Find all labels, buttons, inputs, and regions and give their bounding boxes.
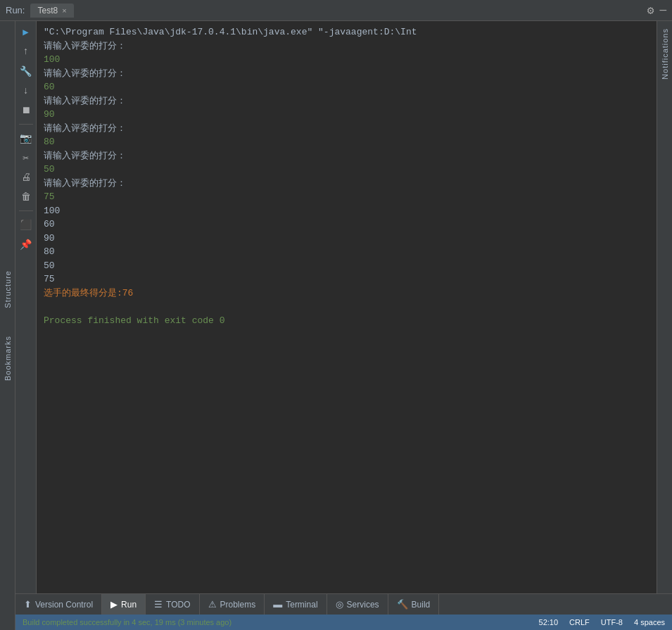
output-75: 75 (44, 272, 649, 286)
prompt-5: 请输入评委的打分： (44, 149, 649, 163)
panel-button[interactable]: ⬛ (18, 217, 34, 232)
output-50: 50 (44, 259, 649, 273)
todo-icon: ☰ (154, 599, 163, 610)
trash-button[interactable]: 🗑 (18, 189, 34, 205)
prompt-1: 请输入评委的打分： (44, 39, 649, 53)
blank-line (44, 300, 649, 314)
toolbar-separator2 (19, 210, 33, 211)
print-button[interactable]: 🖨 (18, 170, 34, 185)
tab-version-control-label: Version Control (35, 600, 93, 610)
tab-problems[interactable]: ⚠ Problems (200, 594, 265, 615)
input-4: 80 (44, 135, 649, 149)
tab-close-icon[interactable]: × (62, 6, 66, 15)
cut-button[interactable]: ✂ (18, 150, 34, 165)
build-icon: 🔨 (397, 599, 408, 610)
input-1: 100 (44, 53, 649, 67)
output-60: 60 (44, 218, 649, 232)
final-score: 选手的最终得分是:76 (44, 286, 649, 301)
tab-version-control[interactable]: ⬆ Version Control (15, 594, 102, 615)
version-control-icon: ⬆ (24, 599, 32, 610)
tab-name: Test8 (37, 6, 58, 15)
status-bar: Build completed successfully in 4 sec, 1… (15, 615, 672, 630)
camera-button[interactable]: 📷 (18, 130, 34, 146)
pin-button[interactable]: 📌 (18, 237, 34, 252)
prompt-3: 请输入评委的打分： (44, 94, 649, 108)
notifications-label[interactable]: Notifications (661, 28, 669, 80)
process-finished: Process finished with exit code 0 (44, 314, 649, 328)
input-2: 60 (44, 80, 649, 94)
tab-problems-label: Problems (220, 600, 256, 610)
toolbar-separator (19, 124, 33, 125)
scroll-down-button[interactable]: ↓ (18, 83, 34, 99)
output-100: 100 (44, 204, 649, 218)
stop-button[interactable]: ⏹ (18, 103, 34, 118)
left-side-labels: Structure Bookmarks (0, 21, 15, 630)
console-output: "C:\Program Files\Java\jdk-17.0.4.1\bin\… (37, 21, 657, 593)
run-bar: Run: Test8 × ⚙ — (0, 0, 672, 21)
run-label: Run: (6, 5, 25, 15)
input-3: 90 (44, 108, 649, 122)
tab-services[interactable]: ◎ Services (327, 594, 388, 615)
run-tab[interactable]: Test8 × (30, 4, 73, 18)
structure-label[interactable]: Structure (4, 270, 12, 308)
prompt-2: 请输入评委的打分： (44, 67, 649, 81)
bookmarks-label[interactable]: Bookmarks (4, 336, 12, 381)
status-charset: UTF-8 (601, 618, 623, 626)
tab-todo[interactable]: ☰ TODO (146, 594, 199, 615)
tab-terminal-label: Terminal (286, 600, 317, 610)
minimize-icon[interactable]: — (659, 4, 666, 17)
input-5: 50 (44, 163, 649, 177)
build-complete-status: Build completed successfully in 4 sec, 1… (23, 618, 232, 626)
scroll-up-button[interactable]: ↑ (18, 44, 34, 59)
terminal-icon: ▬ (273, 599, 282, 610)
tab-build-label: Build (412, 600, 431, 610)
status-crlf: CRLF (569, 618, 590, 626)
cmd-line: "C:\Program Files\Java\jdk-17.0.4.1\bin\… (44, 25, 649, 39)
settings-icon[interactable]: ⚙ (647, 4, 654, 18)
status-right: 52:10 CRLF UTF-8 4 spaces (539, 618, 665, 626)
tab-build[interactable]: 🔨 Build (388, 594, 440, 615)
tab-run-label: Run (121, 600, 137, 610)
status-position: 52:10 (539, 618, 559, 626)
output-90: 90 (44, 232, 649, 246)
tab-services-label: Services (347, 600, 379, 610)
left-toolbar: ▶ ↑ 🔧 ↓ ⏹ 📷 ✂ 🖨 🗑 ⬛ 📌 (15, 21, 37, 593)
tab-run[interactable]: ▶ Run (102, 594, 146, 615)
bottom-toolbar: ⬆ Version Control ▶ Run ☰ TODO ⚠ Problem… (15, 593, 672, 615)
tab-terminal[interactable]: ▬ Terminal (265, 594, 327, 615)
run-button[interactable]: ▶ (18, 24, 34, 39)
tab-todo-label: TODO (166, 600, 190, 610)
notifications-panel[interactable]: Notifications (657, 21, 672, 593)
input-6: 75 (44, 190, 649, 204)
prompt-6: 请输入评委的打分： (44, 177, 649, 191)
run-tab-icon: ▶ (110, 599, 118, 610)
wrench-button[interactable]: 🔧 (18, 63, 34, 79)
status-spaces: 4 spaces (634, 618, 665, 626)
status-build-text: Build completed successfully in 4 sec, 1… (23, 618, 528, 626)
problems-icon: ⚠ (208, 599, 217, 610)
prompt-4: 请输入评委的打分： (44, 122, 649, 136)
services-icon: ◎ (336, 599, 343, 610)
output-80: 80 (44, 245, 649, 259)
